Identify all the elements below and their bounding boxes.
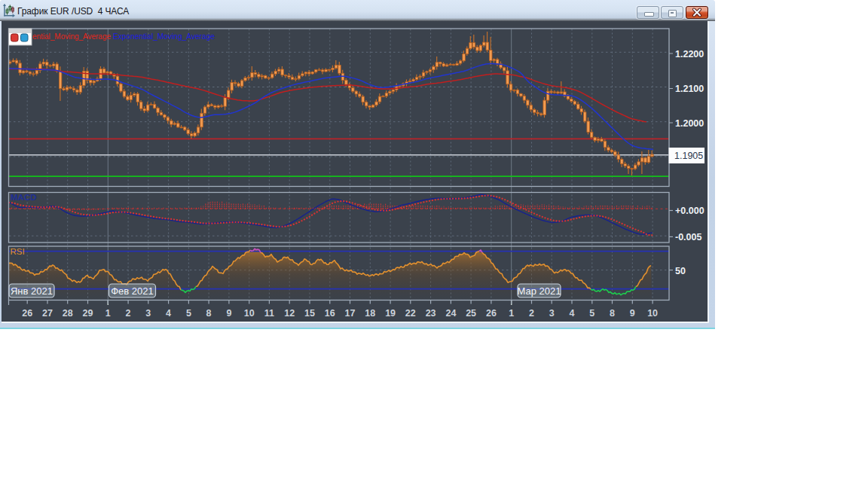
- svg-text:ential_Moving_Average: ential_Moving_Average: [32, 32, 111, 41]
- svg-text:27: 27: [42, 308, 53, 319]
- svg-text:8: 8: [610, 308, 615, 319]
- svg-text:26: 26: [486, 308, 497, 319]
- svg-text:1.2200: 1.2200: [675, 49, 704, 59]
- svg-text:5: 5: [589, 308, 594, 319]
- svg-text:5: 5: [186, 308, 191, 319]
- svg-text:9: 9: [630, 308, 635, 319]
- svg-text:2: 2: [126, 308, 131, 319]
- svg-text:26: 26: [22, 308, 32, 319]
- svg-text:4: 4: [166, 308, 171, 319]
- svg-text:-0.005: -0.005: [675, 232, 701, 242]
- svg-text:Exponential_Moving_Average: Exponential_Moving_Average: [113, 32, 215, 41]
- svg-text:24: 24: [445, 308, 456, 319]
- svg-text:1.1905: 1.1905: [674, 151, 703, 161]
- svg-text:2: 2: [529, 308, 534, 319]
- svg-text:11: 11: [264, 308, 274, 319]
- svg-text:RSI: RSI: [11, 247, 25, 256]
- svg-text:1: 1: [105, 308, 111, 319]
- svg-text:23: 23: [426, 308, 436, 319]
- svg-text:28: 28: [63, 308, 73, 319]
- svg-text:+0.000: +0.000: [675, 206, 704, 216]
- svg-text:29: 29: [83, 308, 93, 319]
- svg-text:Фев 2021: Фев 2021: [111, 285, 154, 297]
- svg-text:19: 19: [385, 308, 396, 319]
- svg-text:22: 22: [405, 308, 416, 319]
- svg-text:1: 1: [509, 308, 514, 319]
- svg-text:16: 16: [325, 308, 335, 319]
- svg-text:17: 17: [345, 308, 356, 319]
- svg-text:4: 4: [570, 308, 575, 319]
- svg-text:10: 10: [647, 308, 658, 319]
- svg-text:1.2000: 1.2000: [675, 118, 704, 129]
- svg-text:MACD: MACD: [11, 193, 37, 202]
- svg-text:Мар 2021: Мар 2021: [518, 285, 561, 297]
- svg-text:3: 3: [145, 308, 151, 319]
- svg-text:10: 10: [244, 308, 255, 319]
- svg-text:8: 8: [206, 308, 212, 319]
- svg-text:12: 12: [284, 308, 295, 319]
- svg-text:9: 9: [226, 308, 231, 319]
- svg-text:1.2100: 1.2100: [675, 84, 704, 94]
- svg-text:50: 50: [675, 266, 686, 276]
- svg-text:Янв 2021: Янв 2021: [11, 285, 53, 297]
- svg-text:18: 18: [365, 308, 375, 319]
- svg-text:25: 25: [466, 308, 476, 319]
- svg-text:3: 3: [549, 308, 555, 319]
- svg-text:15: 15: [304, 308, 315, 319]
